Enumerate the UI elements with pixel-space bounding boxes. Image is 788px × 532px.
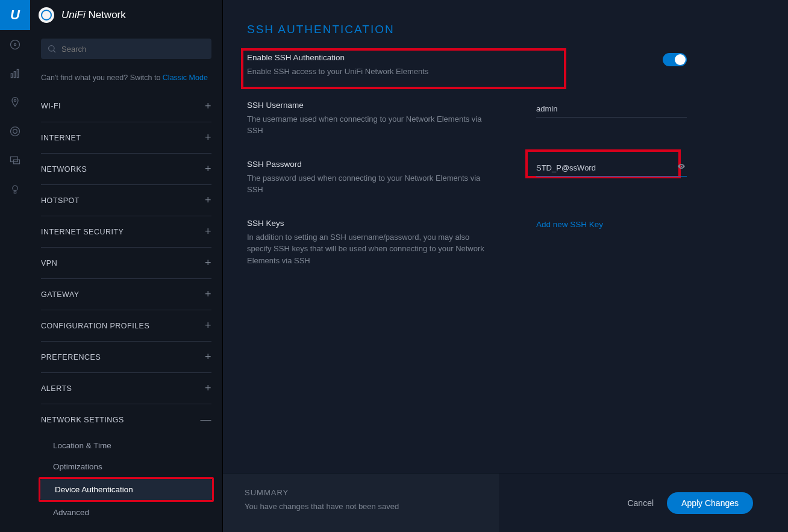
svg-point-5: [14, 99, 16, 101]
ssh-username-label: SSH Username: [247, 101, 488, 110]
enable-ssh-desc: Enable SSH access to your UniFi Network …: [247, 66, 488, 78]
menu-preferences[interactable]: PREFERENCES+: [41, 341, 211, 372]
content-area: SSH AUTHENTICATION Enable SSH Authentica…: [223, 0, 788, 473]
svg-rect-3: [14, 72, 16, 78]
plus-icon: +: [205, 382, 211, 395]
menu-gateway[interactable]: GATEWAY+: [41, 278, 211, 310]
setting-ssh-username: SSH Username The username used when conn…: [247, 101, 764, 137]
settings-menu: WI-FI+ INTERNET+ NETWORKS+ HOTSPOT+ INTE…: [30, 90, 222, 532]
page-title: SSH AUTHENTICATION: [247, 23, 764, 36]
menu-networks[interactable]: NETWORKS+: [41, 153, 211, 184]
svg-point-10: [13, 186, 17, 190]
highlight-box: Device Authentication: [39, 477, 214, 502]
sub-advanced[interactable]: Advanced: [41, 502, 211, 523]
main-panel: SSH AUTHENTICATION Enable SSH Authentica…: [223, 0, 788, 532]
plus-icon: +: [205, 131, 211, 144]
ssh-username-desc: The username used when connecting to you…: [247, 113, 488, 137]
search-icon: [47, 44, 57, 54]
ssh-password-label: SSH Password: [247, 160, 488, 169]
plus-icon: +: [205, 319, 211, 332]
devices-icon[interactable]: [0, 117, 30, 146]
setting-enable-ssh: Enable SSH Authentication Enable SSH acc…: [247, 53, 764, 78]
search-input-wrap[interactable]: [41, 39, 211, 59]
summary-text: You have changes that have not been save…: [245, 502, 477, 511]
icon-rail: U: [0, 0, 30, 532]
plus-icon: +: [205, 351, 211, 363]
cancel-button[interactable]: Cancel: [627, 498, 654, 508]
svg-rect-8: [11, 157, 18, 161]
insights-icon[interactable]: [0, 175, 30, 204]
dashboard-icon[interactable]: [0, 30, 30, 59]
stats-icon[interactable]: [0, 59, 30, 88]
menu-internet[interactable]: INTERNET+: [41, 122, 211, 153]
classic-mode-hint: Can't find what you need? Switch to Clas…: [30, 63, 222, 90]
svg-rect-2: [11, 74, 13, 78]
sub-optimizations[interactable]: Optimizations: [41, 456, 211, 477]
svg-point-0: [11, 40, 20, 49]
menu-config-profiles[interactable]: CONFIGURATION PROFILES+: [41, 310, 211, 341]
clients-icon[interactable]: [0, 146, 30, 175]
enable-ssh-toggle[interactable]: [663, 53, 687, 66]
add-ssh-key-link[interactable]: Add new SSH Key: [536, 220, 603, 229]
menu-wifi[interactable]: WI-FI+: [41, 90, 211, 122]
svg-point-6: [11, 127, 20, 136]
plus-icon: +: [205, 163, 211, 175]
footer-summary: SUMMARY You have changes that have not b…: [223, 474, 499, 532]
unifi-logo-icon[interactable]: U: [0, 0, 30, 30]
setting-ssh-password: SSH Password The password used when conn…: [247, 160, 764, 196]
eye-icon[interactable]: [677, 162, 686, 173]
settings-sidebar: UniFi Network Can't find what you need? …: [30, 0, 223, 532]
plus-icon: +: [205, 100, 211, 113]
network-logo-icon: [39, 7, 54, 23]
app-header: UniFi Network: [30, 0, 222, 30]
menu-vpn[interactable]: VPN+: [41, 247, 211, 278]
svg-point-1: [14, 43, 16, 45]
menu-network-settings[interactable]: NETWORK SETTINGS—: [41, 404, 211, 435]
ssh-keys-label: SSH Keys: [247, 219, 488, 228]
ssh-username-input[interactable]: [536, 101, 687, 117]
setting-ssh-keys: SSH Keys In addition to setting an SSH u…: [247, 219, 764, 267]
menu-hotspot[interactable]: HOTSPOT+: [41, 184, 211, 216]
classic-mode-link[interactable]: Classic Mode: [163, 74, 208, 82]
plus-icon: +: [205, 194, 211, 207]
apply-button[interactable]: Apply Changes: [667, 492, 753, 514]
sub-device-auth[interactable]: Device Authentication: [40, 479, 212, 500]
menu-internet-security[interactable]: INTERNET SECURITY+: [41, 216, 211, 247]
brand-title: UniFi Network: [61, 9, 126, 21]
enable-ssh-label: Enable SSH Authentication: [247, 53, 488, 62]
minus-icon: —: [201, 413, 212, 426]
ssh-keys-desc: In addition to setting an SSH username/p…: [247, 231, 488, 267]
ssh-password-input[interactable]: [536, 160, 687, 177]
plus-icon: +: [205, 288, 211, 301]
network-settings-subitems: Location & Time Optimizations Device Aut…: [41, 435, 211, 529]
summary-title: SUMMARY: [245, 488, 477, 497]
plus-icon: +: [205, 257, 211, 269]
ssh-password-desc: The password used when connecting to you…: [247, 172, 488, 196]
search-input[interactable]: [61, 45, 205, 54]
svg-point-11: [49, 46, 54, 51]
menu-alerts[interactable]: ALERTS+: [41, 372, 211, 404]
plus-icon: +: [205, 225, 211, 238]
sub-location-time[interactable]: Location & Time: [41, 435, 211, 456]
svg-point-7: [13, 130, 17, 134]
footer-bar: SUMMARY You have changes that have not b…: [223, 473, 788, 532]
svg-rect-4: [17, 69, 19, 77]
map-icon[interactable]: [0, 88, 30, 117]
